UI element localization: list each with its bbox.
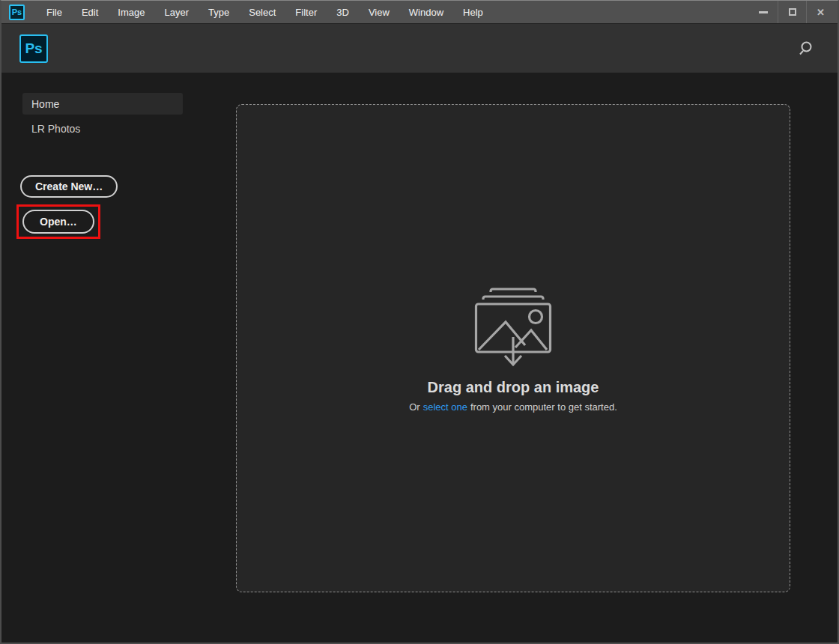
minimize-icon: [759, 11, 768, 13]
subtitle-suffix: from your computer to get started.: [470, 401, 617, 413]
home-screen-header: Ps: [1, 24, 838, 73]
maximize-icon: [789, 8, 796, 16]
search-button[interactable]: [796, 39, 815, 58]
search-icon: [796, 40, 814, 58]
menu-image[interactable]: Image: [108, 1, 154, 23]
titlebar: Ps File Edit Image Layer Type Select Fil…: [1, 1, 838, 24]
window-controls: ✕: [749, 1, 835, 23]
ps-app-icon: Ps: [9, 4, 25, 20]
menu-type[interactable]: Type: [199, 1, 239, 23]
dropzone-title: Drag and drop an image: [428, 379, 599, 396]
annotation-highlight: Open…: [16, 204, 100, 239]
photoshop-home-window: Ps File Edit Image Layer Type Select Fil…: [0, 0, 839, 644]
maximize-button[interactable]: [778, 1, 806, 23]
open-button[interactable]: Open…: [22, 210, 94, 234]
select-one-link[interactable]: select one: [423, 401, 467, 413]
dropzone-subtitle: Or select one from your computer to get …: [409, 401, 617, 413]
menu-select[interactable]: Select: [239, 1, 285, 23]
sidebar-item-lr-photos[interactable]: LR Photos: [22, 118, 183, 139]
menu-view[interactable]: View: [359, 1, 399, 23]
drop-image-icon: [474, 285, 552, 368]
sidebar: Home LR Photos Create New… Open…: [1, 73, 236, 643]
create-new-button[interactable]: Create New…: [20, 175, 118, 198]
minimize-button[interactable]: [749, 1, 778, 23]
menu-window[interactable]: Window: [399, 1, 453, 23]
close-icon: ✕: [817, 7, 825, 17]
ps-logo: Ps: [19, 34, 48, 63]
close-button[interactable]: ✕: [806, 1, 835, 23]
menu-file[interactable]: File: [37, 1, 72, 23]
menu-edit[interactable]: Edit: [72, 1, 108, 23]
content: Home LR Photos Create New… Open…: [1, 73, 838, 643]
image-dropzone[interactable]: Drag and drop an image Or select one fro…: [236, 104, 790, 592]
menu-layer[interactable]: Layer: [155, 1, 199, 23]
menu-filter[interactable]: Filter: [285, 1, 327, 23]
menu-3d[interactable]: 3D: [327, 1, 359, 23]
main-area: Drag and drop an image Or select one fro…: [236, 73, 838, 643]
subtitle-prefix: Or: [409, 401, 420, 413]
menu-help[interactable]: Help: [453, 1, 493, 23]
menubar: File Edit Image Layer Type Select Filter…: [37, 1, 493, 23]
sidebar-item-home[interactable]: Home: [22, 93, 183, 115]
